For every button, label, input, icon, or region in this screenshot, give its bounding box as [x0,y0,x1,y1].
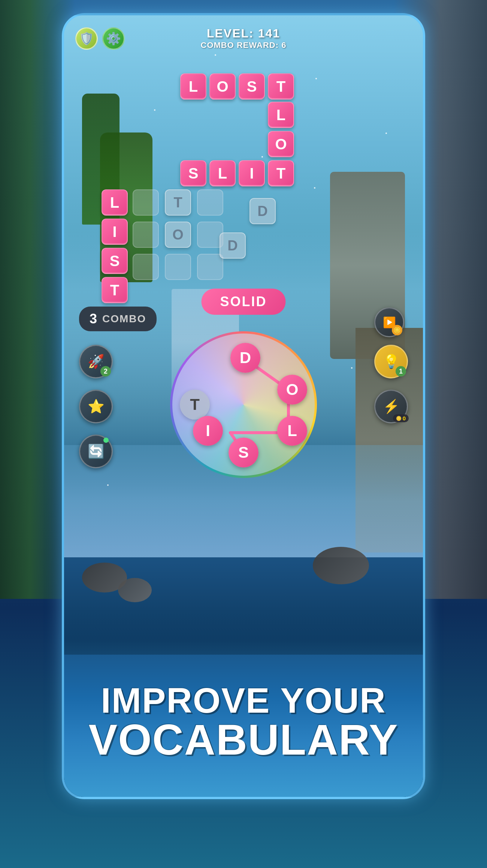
coin-icon: 🪙 [393,327,401,334]
combo-label: COMBO [102,313,146,325]
rocket-badge: 2 [100,366,111,377]
sparkle2 [261,156,263,158]
rocket-button-container: 🚀 2 [79,345,113,378]
wheel-letter-S[interactable]: S [229,438,258,467]
wheel-letter-text: D [240,349,251,367]
star-button-container: ⭐ [79,390,113,423]
header: 🛡️ ⚙️ LEVEL: 141 COMBO REWARD: 6 [64,27,423,50]
combo-reward-label: COMBO REWARD: 6 [201,40,287,50]
tile-O-vertical: O [268,131,294,157]
tile-L-vertical: L [268,102,294,128]
tile-letter: L [110,194,119,211]
gear-icon: ⚙️ [106,31,121,46]
wheel-letter-I[interactable]: I [193,416,223,446]
tile-letter: D [257,203,267,219]
grid-cell-4 [133,222,159,248]
coin-small-icon: 🪙 [396,416,402,421]
shield-icon: 🛡️ [79,31,94,46]
tile-O-lost: O [209,73,236,100]
tile-L-list: L [102,189,128,216]
tile-letter: T [276,78,285,95]
header-buttons: 🛡️ ⚙️ [75,27,125,50]
wheel-letter-O[interactable]: O [277,375,307,405]
refresh-icon: 🔄 [88,444,105,459]
bottom-text-area: IMPROVE YOUR VOCABULARY [64,655,423,797]
col-list-vertical: L I S T [102,189,128,303]
tile-S-slit: S [180,160,206,186]
grid-cell-7 [133,254,159,280]
lightning-button[interactable]: ⚡ 🪙 0 [374,390,408,423]
grid-cell-8 [165,254,191,280]
tile-letter: O [172,227,184,243]
tile-letter: I [249,165,254,182]
wheel-letter-text: I [206,422,210,440]
hint-button-container: 💡 1 [374,345,408,378]
tile-letter: L [189,78,198,95]
rock2 [118,578,152,602]
tile-letter: S [247,78,257,95]
video-button[interactable]: ▶️ 🪙 [374,307,404,337]
combo-number: 3 [90,311,97,327]
rocket-button[interactable]: 🚀 2 [79,345,113,378]
tile-L-lost: L [180,73,206,100]
tile-letter: S [188,165,199,182]
tile-letter: T [110,282,119,299]
tile-letter: T [276,165,285,182]
sparkle3 [315,78,317,79]
wheel-body: D O T L I S [172,334,315,476]
rock3 [313,547,369,584]
current-word-display: SOLID [201,289,285,315]
tile-letter: L [276,107,285,124]
col-lo-vertical: L O [268,102,294,157]
refresh-button-container: 🔄 [79,435,113,468]
level-label: LEVEL: 141 [201,27,287,40]
tile-letter: O [275,136,287,153]
tile-T-slit: T [268,160,294,186]
refresh-green-dot [103,438,109,443]
tile-letter: L [218,165,227,182]
wheel-letter-text: S [238,444,249,462]
tile-letter: D [227,238,238,254]
gray-grid: T O [133,189,226,283]
hint-badge: 1 [396,366,406,377]
tile-T-lost: T [268,73,294,100]
sparkle10 [107,484,109,486]
wheel-letter-text: L [287,422,297,440]
word-lost-row: L O S T [180,73,294,100]
star-button[interactable]: ⭐ [79,390,113,423]
refresh-button[interactable]: 🔄 [79,435,113,468]
grid-cell-3 [197,189,223,216]
grid-cell-O: O [165,222,191,248]
tile-letter: I [112,223,117,240]
tile-L-slit: L [209,160,236,186]
shield-button[interactable]: 🛡️ [75,27,98,50]
gear-button[interactable]: ⚙️ [102,27,125,50]
wheel-letter-text: O [286,381,299,399]
lightning-badge: 🪙 0 [393,414,409,422]
video-button-area: ▶️ 🪙 [374,307,404,337]
header-center: LEVEL: 141 COMBO REWARD: 6 [201,27,287,50]
wheel-letter-D[interactable]: D [230,343,260,373]
phone-scene: 🛡️ ⚙️ LEVEL: 141 COMBO REWARD: 6 L O S T… [64,15,423,797]
lightning-count: 0 [403,415,406,421]
tile-S-list: S [102,248,128,274]
tile-letter: S [110,253,120,269]
tile-I-slit: I [239,160,265,186]
grid-cell-1 [133,189,159,216]
wheel-letter-T[interactable]: T [180,390,210,420]
grid-cell-T: T [165,189,191,216]
combo-badge: 3 COMBO [79,307,157,331]
sparkle1 [154,109,155,111]
wheel-letter-L[interactable]: L [277,416,307,446]
tile-letter: O [217,78,228,95]
tile-D-right: D [249,198,276,224]
tile-D-bottom: D [220,232,246,259]
hint-button[interactable]: 💡 1 [374,345,408,378]
coin-badge: 🪙 [392,325,402,335]
wheel-letter-text: T [190,396,200,414]
letter-wheel-container[interactable]: D O T L I S [172,334,315,476]
star-icon: ⭐ [88,399,105,414]
tile-I-list: I [102,219,128,245]
improve-line2: VOCABULARY [88,718,398,761]
tile-letter: T [173,195,182,211]
